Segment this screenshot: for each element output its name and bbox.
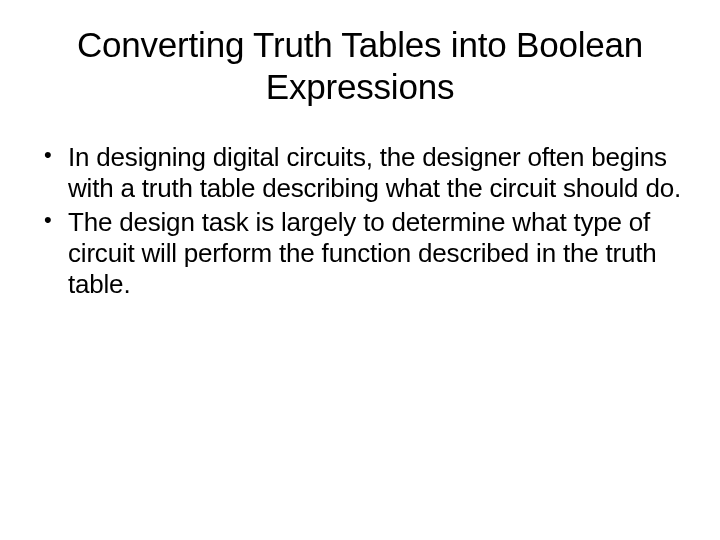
list-item: In designing digital circuits, the desig… <box>38 142 682 203</box>
slide-title: Converting Truth Tables into Boolean Exp… <box>38 24 682 108</box>
bullet-list: In designing digital circuits, the desig… <box>38 142 682 299</box>
list-item: The design task is largely to determine … <box>38 207 682 299</box>
